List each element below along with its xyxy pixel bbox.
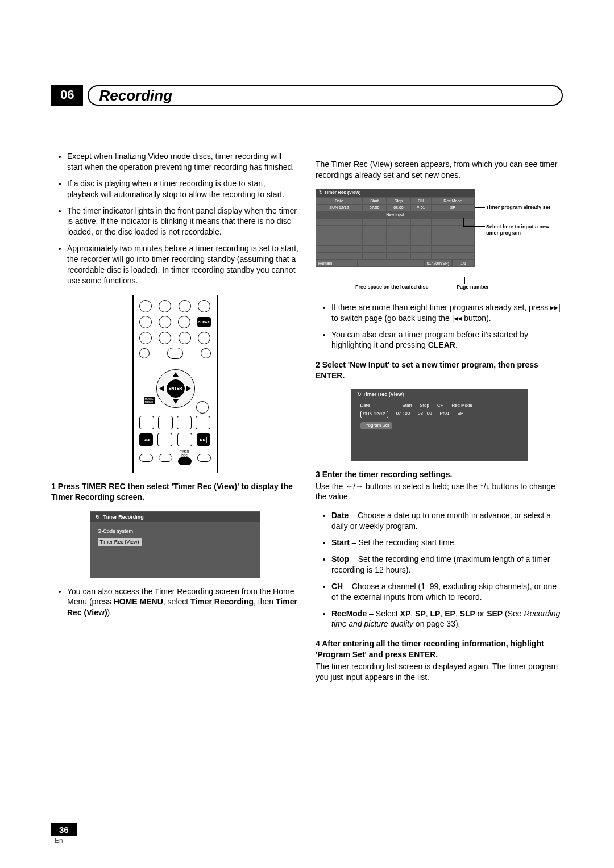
page-number: 36 — [51, 823, 77, 836]
page-footer: 36 En — [51, 825, 77, 845]
note-item: Except when finalizing Video mode discs,… — [67, 151, 298, 173]
osd-title: ↻ Timer Rec (View) — [316, 189, 475, 197]
note-item: Approximately two minutes before a timer… — [67, 243, 298, 286]
setting-ch: CH – Choose a channel (1–99, excluding s… — [331, 581, 563, 603]
setting-date: Date – Choose a date up to one month in … — [331, 510, 563, 532]
step-4-heading: 4 After entering all the timer recording… — [316, 639, 563, 660]
osd-timer-recording: Timer Recording G-Code system Timer Rec … — [90, 511, 260, 578]
callout-free-space: Free space on the loaded disc — [355, 284, 429, 290]
step-4-text: The timer recording list screen is displ… — [316, 661, 563, 683]
osd-item-timer-rec-view: Timer Rec (View) — [98, 538, 142, 546]
intro-text: The Timer Rec (View) screen appears, fro… — [316, 159, 563, 181]
step-3-usage: Use the ←/→ buttons to select a field; u… — [316, 481, 563, 503]
note-clear: You can also clear a timer program befor… — [331, 329, 563, 351]
dpad-icon: ENTER HOMEMENU — [150, 362, 201, 414]
left-column: Except when finalizing Video mode discs,… — [51, 151, 298, 691]
home-menu-icon: HOMEMENU — [144, 397, 155, 404]
step-1-heading: 1 Press TIMER REC then select 'Timer Rec… — [51, 481, 298, 503]
chapter-title: Recording — [88, 85, 563, 106]
setting-stop: Stop – Set the recording end time (maxim… — [331, 554, 563, 575]
setting-recmode: RecMode – Select XP, SP, LP, EP, SLP or … — [331, 608, 563, 630]
prev-skip-icon: |◂◂ — [139, 433, 153, 446]
note-item: The timer indicator lights in the front … — [67, 206, 298, 238]
remote-illustration: CLEAR ENTER HOMEMENU |◂◂ — [132, 295, 218, 474]
osd-timer-rec-view: ↻ Timer Rec (View) DateStart StopCH Rec … — [316, 189, 475, 268]
next-skip-icon: ▸▸| — [197, 433, 210, 446]
chapter-header: 06 Recording — [51, 85, 563, 106]
setting-start: Start – Set the recording start time. — [331, 537, 563, 548]
callout-program-set: Timer program already set — [486, 205, 550, 211]
right-column: The Timer Rec (View) screen appears, fro… — [316, 151, 563, 691]
language-code: En — [55, 837, 63, 845]
notes-list: Except when finalizing Video mode discs,… — [51, 151, 298, 286]
program-set-button: Program Set — [360, 422, 393, 429]
callout-select-here: Select here to input a new timer program — [486, 224, 563, 236]
note-item: If a disc is playing when a timer record… — [67, 178, 298, 200]
note-switch-page: If there are more than eight timer progr… — [331, 302, 563, 324]
access-note: You can also access the Timer Recording … — [67, 586, 298, 619]
osd-title: Timer Recording — [90, 512, 260, 522]
step-2-heading: 2 Select 'New Input' to set a new timer … — [316, 360, 563, 381]
osd-item-gcode: G-Code system — [98, 528, 252, 535]
callout-page-number: Page number — [457, 284, 489, 290]
osd-new-input: ↻ Timer Rec (View) Date Start Stop CH Re… — [351, 389, 528, 461]
enter-button-icon: ENTER — [167, 379, 185, 398]
clear-button-icon: CLEAR — [197, 317, 211, 327]
timer-rec-label: TIMER REC — [178, 450, 192, 458]
chapter-number: 06 — [51, 85, 83, 106]
step-3-heading: 3 Enter the timer recording settings. — [316, 469, 563, 480]
